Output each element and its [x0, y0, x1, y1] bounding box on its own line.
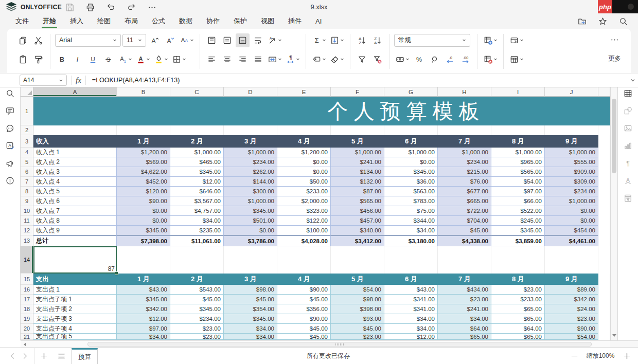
percent-style-button[interactable]: % — [412, 52, 426, 66]
cell[interactable]: $65.00 — [438, 334, 491, 340]
month-header-cell[interactable]: 7 月 — [438, 135, 491, 148]
cell[interactable]: $4,338.00 — [438, 235, 491, 246]
cell[interactable]: $87.00 — [331, 187, 384, 196]
column-header-partial[interactable] — [598, 87, 610, 97]
cell[interactable]: $4,757.00 — [170, 206, 224, 216]
tab-layout[interactable]: 布局 — [125, 14, 138, 29]
chart-settings-icon[interactable] — [623, 141, 633, 151]
cell[interactable]: $3,567.00 — [170, 196, 224, 206]
scroll-left-button[interactable] — [22, 341, 28, 348]
more-h-icon[interactable] — [146, 2, 157, 13]
cut-button[interactable] — [31, 33, 45, 47]
row-header-5[interactable]: 5 — [21, 157, 33, 167]
cell[interactable]: $0.00 — [384, 157, 438, 167]
cell[interactable]: $3,180.00 — [384, 235, 438, 246]
cell[interactable]: $90.00 — [545, 324, 598, 334]
cell[interactable] — [598, 167, 610, 177]
cell[interactable]: 支出点子项 2 — [33, 304, 117, 314]
cell[interactable]: $233.00 — [277, 187, 331, 196]
row-header-16[interactable]: 16 — [21, 285, 33, 295]
cell[interactable]: $1,200.00 — [277, 148, 331, 157]
redo-icon[interactable] — [126, 2, 137, 13]
conditional-format-button[interactable] — [508, 33, 525, 47]
folder-shared-icon[interactable] — [576, 15, 588, 27]
cell[interactable]: $398.00 — [331, 304, 384, 314]
month-header-cell[interactable]: 6 月 — [384, 135, 438, 148]
paragraph-settings-icon[interactable]: ¶ — [623, 158, 633, 169]
cell[interactable]: $34.00 — [170, 216, 224, 226]
cell[interactable]: 支出点子项 3 — [33, 314, 117, 324]
cell[interactable]: 收入点 2 — [33, 157, 117, 167]
cell[interactable]: $345.00 — [384, 167, 438, 177]
column-header-C[interactable]: C — [170, 87, 224, 97]
chevron-down-icon[interactable] — [59, 78, 63, 83]
cell[interactable]: $345.00 — [170, 167, 224, 177]
cell[interactable]: $241.00 — [331, 157, 384, 167]
cell[interactable]: $65.00 — [491, 334, 545, 340]
cell[interactable]: 收入点 9 — [33, 226, 117, 235]
row-header-17[interactable]: 17 — [21, 295, 33, 304]
cell[interactable] — [545, 125, 598, 135]
increase-decimal-button[interactable]: .00 — [458, 52, 472, 66]
cell[interactable]: $45.00 — [331, 324, 384, 334]
cell[interactable]: 支出点子项 1 — [33, 295, 117, 304]
formula-input[interactable]: =LOOKUP(A8,A4:A13,F4:F13) — [90, 77, 628, 84]
cell[interactable]: $722.00 — [438, 206, 491, 216]
cell[interactable]: $241.00 — [438, 304, 491, 314]
merge-cells-button[interactable] — [267, 52, 283, 66]
cell[interactable]: $1,200.00 — [117, 148, 170, 157]
tab-ai[interactable]: AI — [315, 15, 322, 28]
next-sheet-button[interactable] — [19, 350, 31, 362]
month-header-cell[interactable]: 7 月 — [438, 274, 491, 285]
cell[interactable]: $345.00 — [117, 226, 170, 235]
cell[interactable]: $34.00 — [384, 324, 438, 334]
number-format-combo[interactable]: 常规 — [394, 34, 470, 47]
insert-cells-button[interactable] — [482, 33, 499, 47]
tab-protection[interactable]: 保护 — [234, 14, 247, 29]
cell[interactable]: $75.00 — [384, 206, 438, 216]
chevron-down-icon[interactable] — [189, 33, 194, 47]
cell[interactable]: $323.00 — [277, 206, 331, 216]
cell[interactable]: $677.00 — [438, 187, 491, 196]
row-header-14[interactable]: 14 — [21, 246, 33, 274]
image-settings-icon[interactable] — [623, 123, 633, 134]
section-header-cell[interactable]: 收入 — [33, 135, 117, 148]
align-right-button[interactable] — [236, 52, 250, 66]
print-icon[interactable] — [84, 2, 96, 13]
cell[interactable]: $54.00 — [491, 177, 545, 187]
toolbar-more-button[interactable] — [608, 33, 622, 47]
cell[interactable]: $522.00 — [491, 206, 545, 216]
cell[interactable]: $97.00 — [491, 187, 545, 196]
cell[interactable]: $43.00 — [384, 285, 438, 295]
accounting-style-button[interactable] — [394, 52, 411, 66]
cell[interactable] — [598, 226, 610, 235]
cell[interactable]: $1,000.00 — [224, 196, 277, 206]
filter-button[interactable] — [355, 52, 369, 66]
cell[interactable]: $565.00 — [491, 167, 545, 177]
chevron-down-icon[interactable] — [405, 52, 410, 66]
wrap-text-button[interactable] — [251, 33, 265, 47]
zoom-out-button[interactable] — [568, 350, 580, 362]
chat-icon[interactable] — [5, 123, 15, 134]
cell[interactable] — [331, 125, 384, 135]
column-header-I[interactable]: I — [491, 87, 545, 97]
tab-formula[interactable]: 公式 — [152, 14, 165, 29]
cell[interactable] — [598, 206, 610, 216]
cell[interactable]: 收入点 7 — [33, 206, 117, 216]
cell[interactable]: $1,000.00 — [438, 148, 491, 157]
undo-icon[interactable] — [105, 2, 116, 13]
delete-cells-button[interactable] — [482, 52, 499, 66]
cell[interactable]: $50.00 — [277, 177, 331, 187]
borders-button[interactable] — [171, 52, 187, 66]
cell[interactable]: $565.00 — [331, 196, 384, 206]
chevron-down-icon[interactable] — [519, 33, 524, 47]
cell[interactable]: $64.00 — [438, 324, 491, 334]
row-header-20[interactable]: 20 — [21, 324, 33, 334]
cell[interactable]: 支出点子项 5 — [33, 334, 117, 340]
cell[interactable] — [170, 125, 224, 135]
cell[interactable] — [170, 246, 224, 274]
cell[interactable]: $0.00 — [277, 167, 331, 177]
cell[interactable]: $341.00 — [384, 295, 438, 304]
month-header-cell[interactable]: 2 月 — [170, 274, 224, 285]
italic-button[interactable]: I — [70, 52, 84, 66]
